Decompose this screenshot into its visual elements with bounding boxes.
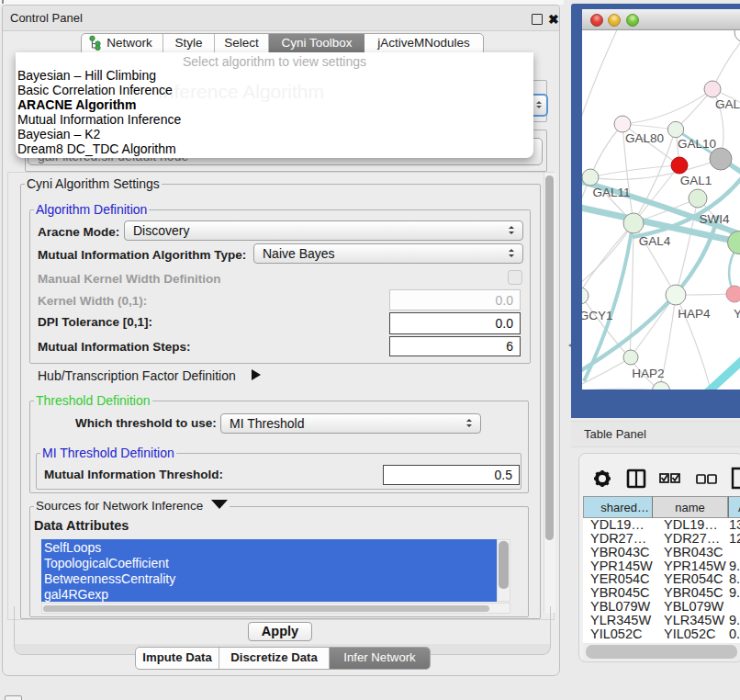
- svg-text:HAP2: HAP2: [632, 367, 664, 380]
- svg-text:GAL8: GAL8: [715, 97, 740, 111]
- svg-text:GAL11: GAL11: [592, 186, 630, 199]
- svg-text:GAL4: GAL4: [639, 234, 671, 248]
- svg-text:HAP4: HAP4: [678, 307, 711, 321]
- svg-text:Y: Y: [734, 307, 740, 321]
- svg-text:SWI4: SWI4: [699, 212, 729, 226]
- svg-text:GAL1: GAL1: [680, 174, 712, 187]
- svg-text:GCY1: GCY1: [582, 309, 612, 322]
- svg-text:GAL80: GAL80: [625, 131, 664, 145]
- svg-text:GAL10: GAL10: [678, 137, 716, 151]
